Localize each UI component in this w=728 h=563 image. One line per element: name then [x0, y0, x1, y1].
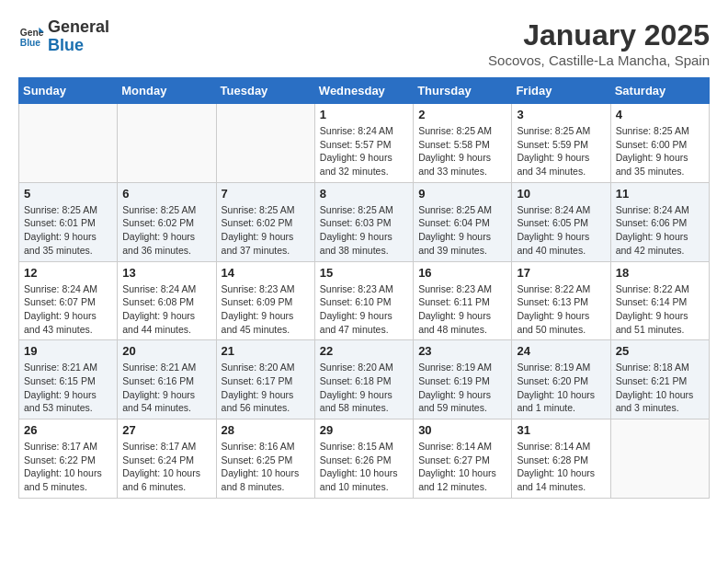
calendar-week-2: 5Sunrise: 8:25 AM Sunset: 6:01 PM Daylig…: [19, 182, 710, 261]
calendar-cell: 7Sunrise: 8:25 AM Sunset: 6:02 PM Daylig…: [216, 182, 314, 261]
calendar-cell: 5Sunrise: 8:25 AM Sunset: 6:01 PM Daylig…: [19, 182, 118, 261]
calendar-cell: 6Sunrise: 8:25 AM Sunset: 6:02 PM Daylig…: [118, 182, 216, 261]
day-info: Sunrise: 8:24 AM Sunset: 6:07 PM Dayligh…: [24, 282, 112, 337]
day-info: Sunrise: 8:24 AM Sunset: 6:05 PM Dayligh…: [517, 203, 605, 258]
weekday-header-monday: Monday: [118, 78, 216, 104]
day-info: Sunrise: 8:25 AM Sunset: 5:59 PM Dayligh…: [517, 124, 605, 178]
weekday-row: SundayMondayTuesdayWednesdayThursdayFrid…: [19, 78, 710, 104]
logo-general: General: [48, 18, 109, 37]
day-number: 4: [616, 108, 704, 121]
calendar-cell: 25Sunrise: 8:18 AM Sunset: 6:21 PM Dayli…: [610, 340, 709, 419]
day-info: Sunrise: 8:19 AM Sunset: 6:19 PM Dayligh…: [418, 361, 506, 415]
day-info: Sunrise: 8:24 AM Sunset: 6:06 PM Dayligh…: [616, 203, 704, 258]
day-number: 14: [222, 266, 310, 280]
weekday-header-tuesday: Tuesday: [216, 78, 314, 104]
weekday-header-sunday: Sunday: [19, 78, 118, 104]
day-number: 17: [517, 266, 605, 280]
calendar-cell: 12Sunrise: 8:24 AM Sunset: 6:07 PM Dayli…: [19, 261, 118, 340]
calendar-subtitle: Socovos, Castille-La Mancha, Spain: [488, 52, 710, 68]
svg-text:Blue: Blue: [20, 38, 41, 48]
day-info: Sunrise: 8:16 AM Sunset: 6:25 PM Dayligh…: [222, 440, 310, 494]
day-info: Sunrise: 8:22 AM Sunset: 6:14 PM Dayligh…: [616, 282, 704, 337]
day-info: Sunrise: 8:24 AM Sunset: 5:57 PM Dayligh…: [320, 124, 408, 178]
calendar-cell: 20Sunrise: 8:21 AM Sunset: 6:16 PM Dayli…: [118, 340, 216, 419]
day-info: Sunrise: 8:22 AM Sunset: 6:13 PM Dayligh…: [517, 282, 605, 337]
calendar-cell: 3Sunrise: 8:25 AM Sunset: 5:59 PM Daylig…: [512, 104, 610, 183]
calendar-cell: 11Sunrise: 8:24 AM Sunset: 6:06 PM Dayli…: [610, 182, 709, 261]
calendar-cell: 28Sunrise: 8:16 AM Sunset: 6:25 PM Dayli…: [216, 419, 314, 499]
calendar-cell: [216, 104, 314, 183]
day-number: 23: [418, 344, 506, 358]
calendar-week-3: 12Sunrise: 8:24 AM Sunset: 6:07 PM Dayli…: [19, 261, 710, 340]
day-info: Sunrise: 8:23 AM Sunset: 6:09 PM Dayligh…: [222, 282, 310, 337]
day-number: 26: [24, 423, 112, 437]
calendar-cell: 2Sunrise: 8:25 AM Sunset: 5:58 PM Daylig…: [414, 104, 512, 183]
day-info: Sunrise: 8:25 AM Sunset: 6:00 PM Dayligh…: [616, 124, 704, 178]
calendar-header: SundayMondayTuesdayWednesdayThursdayFrid…: [19, 78, 710, 104]
day-info: Sunrise: 8:24 AM Sunset: 6:08 PM Dayligh…: [122, 282, 210, 337]
weekday-header-friday: Friday: [512, 78, 610, 104]
calendar-week-1: 1Sunrise: 8:24 AM Sunset: 5:57 PM Daylig…: [19, 104, 710, 183]
day-number: 2: [418, 108, 506, 121]
logo: General Blue General Blue: [18, 18, 109, 55]
calendar-cell: [118, 104, 216, 183]
day-info: Sunrise: 8:14 AM Sunset: 6:28 PM Dayligh…: [517, 440, 605, 494]
calendar-cell: 23Sunrise: 8:19 AM Sunset: 6:19 PM Dayli…: [414, 340, 512, 419]
calendar-cell: 15Sunrise: 8:23 AM Sunset: 6:10 PM Dayli…: [314, 261, 413, 340]
day-info: Sunrise: 8:25 AM Sunset: 6:03 PM Dayligh…: [320, 203, 408, 258]
calendar-cell: 17Sunrise: 8:22 AM Sunset: 6:13 PM Dayli…: [512, 261, 610, 340]
day-number: 11: [616, 187, 704, 201]
day-info: Sunrise: 8:23 AM Sunset: 6:10 PM Dayligh…: [320, 282, 408, 337]
day-number: 28: [222, 423, 310, 437]
day-number: 20: [122, 344, 210, 358]
page-header: General Blue General Blue January 2025 S…: [18, 18, 710, 68]
day-number: 22: [320, 344, 408, 358]
day-info: Sunrise: 8:14 AM Sunset: 6:27 PM Dayligh…: [418, 440, 506, 494]
day-number: 9: [418, 187, 506, 201]
calendar-cell: 14Sunrise: 8:23 AM Sunset: 6:09 PM Dayli…: [216, 261, 314, 340]
day-info: Sunrise: 8:20 AM Sunset: 6:17 PM Dayligh…: [222, 361, 310, 415]
calendar-cell: 10Sunrise: 8:24 AM Sunset: 6:05 PM Dayli…: [512, 182, 610, 261]
day-number: 16: [418, 266, 506, 280]
calendar-cell: 1Sunrise: 8:24 AM Sunset: 5:57 PM Daylig…: [314, 104, 413, 183]
calendar-title: January 2025: [488, 18, 710, 52]
calendar-cell: 21Sunrise: 8:20 AM Sunset: 6:17 PM Dayli…: [216, 340, 314, 419]
calendar-cell: [610, 419, 709, 499]
day-number: 7: [222, 187, 310, 201]
day-number: 31: [517, 423, 605, 437]
day-info: Sunrise: 8:17 AM Sunset: 6:22 PM Dayligh…: [24, 440, 112, 494]
day-info: Sunrise: 8:20 AM Sunset: 6:18 PM Dayligh…: [320, 361, 408, 415]
day-info: Sunrise: 8:23 AM Sunset: 6:11 PM Dayligh…: [418, 282, 506, 337]
title-block: January 2025 Socovos, Castille-La Mancha…: [488, 18, 710, 68]
day-number: 5: [24, 187, 112, 201]
calendar-cell: 4Sunrise: 8:25 AM Sunset: 6:00 PM Daylig…: [610, 104, 709, 183]
day-number: 13: [122, 266, 210, 280]
day-info: Sunrise: 8:25 AM Sunset: 6:04 PM Dayligh…: [418, 203, 506, 258]
calendar-week-5: 26Sunrise: 8:17 AM Sunset: 6:22 PM Dayli…: [19, 419, 710, 499]
day-info: Sunrise: 8:21 AM Sunset: 6:16 PM Dayligh…: [122, 361, 210, 415]
day-info: Sunrise: 8:25 AM Sunset: 6:01 PM Dayligh…: [24, 203, 112, 258]
calendar-cell: 30Sunrise: 8:14 AM Sunset: 6:27 PM Dayli…: [414, 419, 512, 499]
day-number: 19: [24, 344, 112, 358]
day-number: 15: [320, 266, 408, 280]
calendar-cell: 13Sunrise: 8:24 AM Sunset: 6:08 PM Dayli…: [118, 261, 216, 340]
calendar-cell: 9Sunrise: 8:25 AM Sunset: 6:04 PM Daylig…: [414, 182, 512, 261]
day-number: 24: [517, 344, 605, 358]
day-info: Sunrise: 8:21 AM Sunset: 6:15 PM Dayligh…: [24, 361, 112, 415]
calendar-cell: 26Sunrise: 8:17 AM Sunset: 6:22 PM Dayli…: [19, 419, 118, 499]
calendar-cell: 22Sunrise: 8:20 AM Sunset: 6:18 PM Dayli…: [314, 340, 413, 419]
day-number: 21: [222, 344, 310, 358]
calendar-cell: [19, 104, 118, 183]
calendar-cell: 29Sunrise: 8:15 AM Sunset: 6:26 PM Dayli…: [314, 419, 413, 499]
calendar-week-4: 19Sunrise: 8:21 AM Sunset: 6:15 PM Dayli…: [19, 340, 710, 419]
day-info: Sunrise: 8:25 AM Sunset: 6:02 PM Dayligh…: [222, 203, 310, 258]
day-number: 3: [517, 108, 605, 121]
day-number: 6: [122, 187, 210, 201]
weekday-header-thursday: Thursday: [414, 78, 512, 104]
calendar-cell: 19Sunrise: 8:21 AM Sunset: 6:15 PM Dayli…: [19, 340, 118, 419]
day-info: Sunrise: 8:18 AM Sunset: 6:21 PM Dayligh…: [616, 361, 704, 415]
calendar-cell: 24Sunrise: 8:19 AM Sunset: 6:20 PM Dayli…: [512, 340, 610, 419]
day-info: Sunrise: 8:25 AM Sunset: 6:02 PM Dayligh…: [122, 203, 210, 258]
day-number: 1: [320, 108, 408, 121]
day-number: 12: [24, 266, 112, 280]
